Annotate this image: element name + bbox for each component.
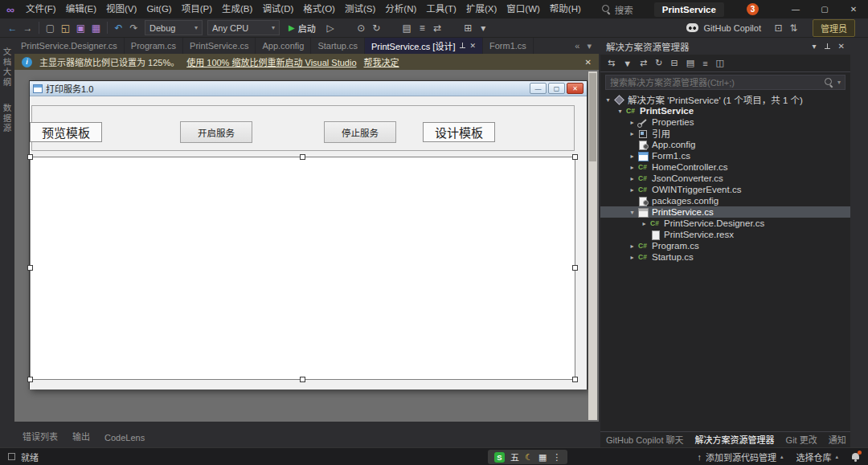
platform-dropdown[interactable]: Any CPU ▾ <box>207 20 280 35</box>
add-to-source-control-button[interactable]: ↑ 添加到源代码管理 ▴ <box>697 451 783 463</box>
tab-list-icon[interactable]: ▾ <box>587 41 592 51</box>
expander-icon[interactable]: ▸ <box>628 186 637 194</box>
breakpoints-icon[interactable]: ⊙ <box>354 20 369 36</box>
save-all-icon[interactable]: ▦ <box>88 20 104 36</box>
sync-with-active-document-icon[interactable]: ⇄ <box>640 58 647 68</box>
window-position-menu-icon[interactable]: ▾ <box>813 42 817 51</box>
expander-icon[interactable]: ▾ <box>628 209 637 216</box>
expander-icon[interactable]: ▾ <box>616 108 624 115</box>
window-layout-icon[interactable]: ⊞ <box>461 20 476 36</box>
collapse-all-icon[interactable]: ⊟ <box>671 58 678 68</box>
tool-window-tab[interactable]: Git 更改 <box>780 432 823 448</box>
new-file-icon[interactable]: ▢ <box>43 20 58 36</box>
properties-icon[interactable]: ≡ <box>702 59 707 68</box>
open-file-icon[interactable]: ◱ <box>58 20 73 36</box>
command-window-icon[interactable]: ≡ <box>415 20 430 36</box>
menu-item[interactable]: 分析(N) <box>380 0 421 18</box>
show-all-files-icon[interactable]: ▤ <box>686 58 694 68</box>
solution-search-input[interactable] <box>610 78 821 88</box>
winforms-designer-surface[interactable]: 打印服务1.0 — ▢ ✕ <box>14 70 599 422</box>
window-minimize-button[interactable]: — <box>781 0 810 18</box>
tree-item[interactable]: ▾ 解决方案 'PrintService' (1 个项目，共 1 个) <box>600 94 850 105</box>
bottom-panel-tab[interactable]: 错误列表 <box>16 427 64 445</box>
notifications-bell-icon[interactable] <box>851 452 860 462</box>
expander-icon[interactable]: ▸ <box>628 119 637 126</box>
window-maximize-button[interactable]: ▢ <box>810 0 839 18</box>
hot-reload-icon[interactable]: ↻ <box>369 20 384 36</box>
sogou-ime-icon[interactable]: S <box>494 452 505 463</box>
tree-item[interactable]: ▸ Startup.cs <box>600 251 850 263</box>
expander-icon[interactable]: ▸ <box>628 164 637 171</box>
sync-namespaces-icon[interactable]: ⇄ <box>430 20 445 36</box>
save-icon[interactable]: ▣ <box>73 20 88 36</box>
admin-mode-badge[interactable]: 管理员 <box>813 19 855 37</box>
tree-item[interactable]: ▸ JsonConverter.cs <box>600 173 850 184</box>
auto-hide-pin-icon[interactable] <box>824 43 831 51</box>
tree-item[interactable]: ▸ HomeController.cs <box>600 161 850 173</box>
send-feedback-icon[interactable]: ⊡ <box>771 20 786 36</box>
bottom-panel-tab[interactable]: 输出 <box>66 427 96 445</box>
undo-icon[interactable]: ↶ <box>111 20 126 36</box>
expander-icon[interactable]: ▾ <box>604 96 612 104</box>
ime-keyboard-icon[interactable]: ▦ <box>538 452 547 463</box>
side-panel-tab[interactable]: 数据源 <box>2 104 14 134</box>
resize-handle[interactable] <box>300 154 305 160</box>
close-icon[interactable]: ✕ <box>838 42 845 51</box>
tool-window-tab[interactable]: 解决方案资源管理器 <box>690 432 780 448</box>
menu-item[interactable]: 调试(D) <box>257 0 298 18</box>
resize-handle[interactable] <box>572 154 578 160</box>
help-me-decide-link[interactable]: 帮我决定 <box>364 55 399 68</box>
tree-item[interactable]: ▾ PrintService <box>600 105 850 116</box>
form-button[interactable]: 设计模板 <box>423 122 495 142</box>
menu-item[interactable]: 生成(B) <box>217 0 257 18</box>
notification-badge[interactable]: 3 <box>747 3 759 15</box>
solution-search-box[interactable]: ▾ <box>605 75 845 90</box>
resize-handle[interactable] <box>27 265 33 271</box>
resize-handle[interactable] <box>300 377 305 382</box>
expander-icon[interactable]: ▸ <box>640 220 649 227</box>
start-without-debugging-icon[interactable]: ▷ <box>323 20 338 36</box>
background-tasks-icon[interactable] <box>8 453 15 460</box>
close-icon[interactable]: ✕ <box>585 58 592 67</box>
restart-100-link[interactable]: 使用 100% 缩放比例重新启动 Visual Studio <box>186 55 356 68</box>
form-button[interactable]: 预览模板 <box>30 122 102 142</box>
menu-item[interactable]: 窗口(W) <box>502 0 545 18</box>
tree-item[interactable]: ▸ Program.cs <box>600 240 850 251</box>
form-content-panel-selected[interactable] <box>30 157 575 380</box>
tab-scroll-icon[interactable]: « <box>575 41 579 51</box>
menu-item[interactable]: 项目(P) <box>177 0 217 18</box>
switch-views-icon[interactable]: ⇆ <box>608 58 615 68</box>
select-repository-button[interactable]: 选择仓库 ▴ <box>796 451 838 463</box>
ime-toolbar[interactable]: S 五☾▦⋮ <box>488 450 567 464</box>
tree-item[interactable]: ▸ OWINTriggerEvent.cs <box>600 184 850 195</box>
tree-item[interactable]: ▾ PrintService.cs <box>600 206 850 218</box>
tree-item[interactable]: ▸ Form1.cs <box>600 150 850 161</box>
ime-night-mode-icon[interactable]: ☾ <box>525 452 533 463</box>
form-button[interactable]: 停止服务 <box>324 121 396 143</box>
menu-item[interactable]: 工具(T) <box>421 0 461 18</box>
document-tab[interactable]: App.config ✕ <box>256 38 311 54</box>
ime-more-icon[interactable]: ⋮ <box>552 452 561 463</box>
menu-item[interactable]: 编辑(E) <box>61 0 101 18</box>
form-body[interactable]: 开启服务 停止服务 设计模板 预览模板 <box>30 96 587 390</box>
github-copilot-button[interactable]: GitHub Copilot <box>686 23 761 33</box>
toolbar-separator[interactable] <box>384 20 399 36</box>
window-close-button[interactable]: ✕ <box>839 0 868 18</box>
global-search-box[interactable]: 搜索 <box>592 2 643 18</box>
find-in-files-icon[interactable]: ▤ <box>399 20 415 36</box>
document-tab[interactable]: Startup.cs ✕ <box>311 38 365 54</box>
expander-icon[interactable]: ▸ <box>628 254 637 261</box>
navigate-forward-icon[interactable]: → <box>20 20 35 36</box>
tree-item[interactable]: PrintService.resx <box>600 229 850 240</box>
tree-item[interactable]: ▸ Properties <box>600 116 850 128</box>
pin-icon[interactable] <box>459 43 465 50</box>
resize-handle[interactable] <box>27 154 33 160</box>
scrollbar-thumb[interactable] <box>589 73 596 161</box>
menu-item[interactable]: 格式(O) <box>298 0 340 18</box>
form-button[interactable]: 开启服务 <box>180 121 252 143</box>
resize-handle[interactable] <box>572 265 578 271</box>
tool-window-tab[interactable]: 通知 <box>823 432 852 448</box>
tree-item[interactable]: packages.config <box>600 195 850 206</box>
panel-header[interactable]: 解决方案资源管理器 ▾ ✕ <box>600 38 850 55</box>
toolbar-separator[interactable] <box>445 20 461 36</box>
